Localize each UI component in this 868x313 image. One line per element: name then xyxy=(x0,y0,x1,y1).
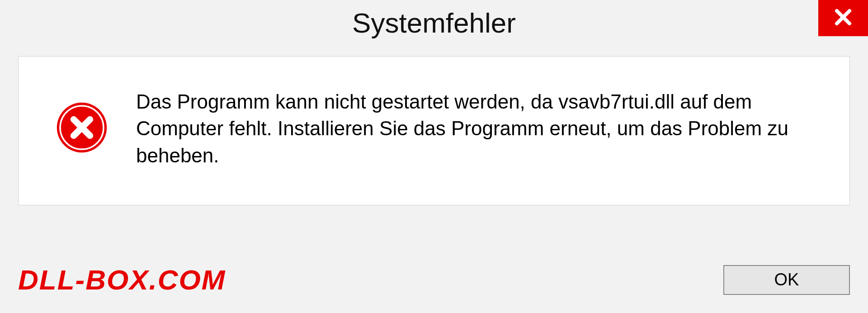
dialog-titlebar: Systemfehler xyxy=(0,0,868,45)
error-message: Das Programm kann nicht gestartet werden… xyxy=(136,88,814,169)
close-button[interactable] xyxy=(818,0,868,36)
error-icon xyxy=(55,100,109,156)
dialog-content: Das Programm kann nicht gestartet werden… xyxy=(18,56,850,205)
watermark-text: DLL-BOX.COM xyxy=(18,264,226,296)
close-icon xyxy=(832,6,854,30)
ok-button[interactable]: OK xyxy=(723,265,850,295)
dialog-footer: DLL-BOX.COM OK xyxy=(18,264,850,296)
dialog-title: Systemfehler xyxy=(352,7,516,39)
